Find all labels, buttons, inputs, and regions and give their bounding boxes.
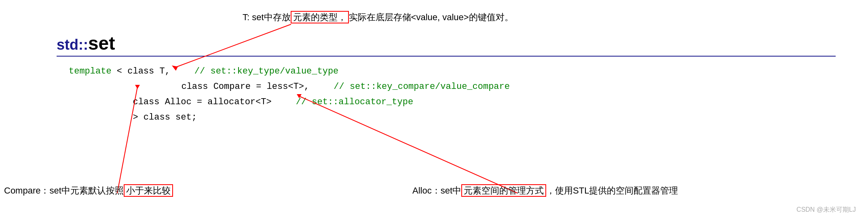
bottom-right-suffix: ，使用STL提供的空间配置器管理 (546, 185, 678, 196)
code-line4-rest: > class set; (69, 110, 197, 125)
code-comment-2: // set::key_compare/value_compare (334, 79, 510, 95)
bottom-right-annotation: Alloc：set中元素空间的管理方式，使用STL提供的空间配置器管理 (412, 185, 678, 197)
top-annotation-prefix: T: set中存放 (243, 12, 291, 22)
page-container: std::set T: set中存放元素的类型，实际在底层存储<value, v… (0, 0, 868, 219)
top-annotation: T: set中存放元素的类型，实际在底层存储<value, value>的键值对… (243, 11, 513, 23)
watermark: CSDN @未米可期LJ (796, 206, 856, 214)
bottom-left-prefix: Compare：set中元素默认按照 (4, 185, 124, 196)
bottom-right-highlight: 元素空间的管理方式 (461, 184, 546, 197)
title-divider (57, 56, 836, 57)
code-line2-rest: class Compare = less<T>, (117, 79, 309, 95)
bottom-left-annotation: Compare：set中元素默认按照小于来比较 (4, 185, 173, 197)
code-block: template < class T, // set::key_type/val… (69, 64, 510, 125)
code-line3-rest: class Alloc = allocator<T> (69, 95, 272, 110)
bottom-left-highlight: 小于来比较 (124, 184, 173, 197)
set-word: set (88, 33, 115, 54)
code-comment-3: // set::allocator_type (296, 95, 413, 110)
top-annotation-suffix: 实际在底层存储<value, value>的键值对。 (349, 12, 513, 22)
template-keyword: template (69, 64, 112, 79)
code-line-4: > class set; (69, 110, 510, 125)
code-line-3: class Alloc = allocator<T> // set::alloc… (69, 95, 510, 110)
code-line1-rest: < class T, (112, 64, 170, 79)
code-line-1: template < class T, // set::key_type/val… (69, 64, 510, 79)
bottom-right-prefix: Alloc：set中 (412, 185, 461, 196)
std-set-title: std::set (57, 34, 115, 53)
title-area: std::set (57, 32, 115, 54)
std-prefix: std:: (57, 36, 88, 53)
code-comment-1: // set::key_type/value_type (194, 64, 338, 79)
code-line-2: class Compare = less<T>, // set::key_com… (69, 79, 510, 95)
top-annotation-highlight: 元素的类型， (291, 11, 349, 23)
svg-line-0 (174, 24, 291, 68)
